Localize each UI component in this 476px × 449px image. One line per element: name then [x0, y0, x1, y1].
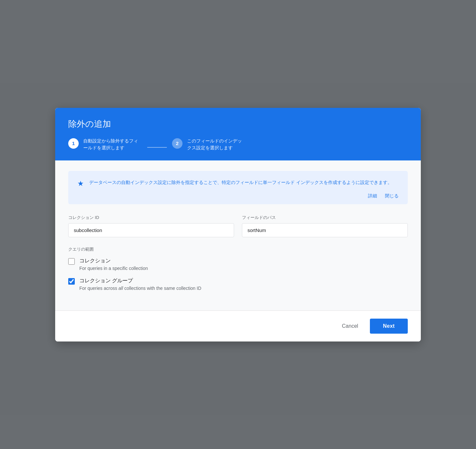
collection-group-checkbox[interactable]: [68, 278, 75, 285]
details-link[interactable]: 詳細: [368, 193, 377, 199]
info-banner: ★ データベースの自動インデックス設定に除外を指定することで、特定のフィールドに…: [68, 171, 408, 204]
collection-group-checkbox-row: コレクション グループ For queries across all colle…: [68, 277, 408, 291]
info-banner-text: データベースの自動インデックス設定に除外を指定することで、特定のフィールドに単一…: [89, 179, 392, 186]
field-path-group: フィールドのパス: [242, 215, 408, 237]
collection-group-checkbox-wrapper[interactable]: [68, 278, 75, 285]
step-connector: [147, 147, 167, 148]
collection-sub-label: For queries in a specific collection: [79, 266, 148, 271]
steps-row: 1 自動設定から除外するフィールドを選択します 2 このフィールドのインデックス…: [68, 138, 408, 151]
collection-main-label[interactable]: コレクション: [79, 258, 148, 264]
dialog-footer: Cancel Next: [55, 310, 421, 341]
step-2: 2 このフィールドのインデックス設定を選択します: [172, 138, 246, 151]
fields-row: コレクション ID フィールドのパス: [68, 215, 408, 237]
dialog-header: 除外の追加 1 自動設定から除外するフィールドを選択します 2 このフィールドの…: [55, 108, 421, 160]
field-path-input[interactable]: [242, 223, 408, 237]
star-icon: ★: [77, 179, 84, 188]
collection-id-input[interactable]: [68, 223, 234, 237]
step-1: 1 自動設定から除外するフィールドを選択します: [68, 138, 142, 151]
collection-checkbox-row: コレクション For queries in a specific collect…: [68, 258, 408, 271]
sub-label-italic: all: [119, 286, 123, 291]
field-path-label: フィールドのパス: [242, 215, 408, 221]
collection-group-main-label[interactable]: コレクション グループ: [79, 277, 201, 284]
next-button[interactable]: Next: [370, 319, 408, 334]
sub-label-before: For queries across: [79, 286, 119, 291]
dialog: 除外の追加 1 自動設定から除外するフィールドを選択します 2 このフィールドの…: [55, 108, 421, 341]
step-2-text: このフィールドのインデックス設定を選択します: [187, 138, 246, 151]
collection-group-label-group: コレクション グループ For queries across all colle…: [79, 277, 201, 291]
collection-id-group: コレクション ID: [68, 215, 234, 237]
dialog-body: ★ データベースの自動インデックス設定に除外を指定することで、特定のフィールドに…: [55, 160, 421, 310]
step-1-text: 自動設定から除外するフィールドを選択します: [83, 138, 142, 151]
query-scope-label: クエリの範囲: [68, 246, 408, 252]
step-2-circle: 2: [172, 138, 182, 149]
dialog-title: 除外の追加: [68, 118, 408, 130]
info-banner-content: ★ データベースの自動インデックス設定に除外を指定することで、特定のフィールドに…: [77, 179, 399, 188]
sub-label-after: collections with the same collection ID: [123, 286, 201, 291]
step-1-circle: 1: [68, 138, 79, 149]
collection-checkbox[interactable]: [68, 258, 75, 265]
info-banner-actions: 詳細 閉じる: [77, 193, 399, 199]
collection-group-sub-label: For queries across all collections with …: [79, 286, 201, 291]
dialog-overlay: 除外の追加 1 自動設定から除外するフィールドを選択します 2 このフィールドの…: [0, 0, 476, 449]
cancel-button[interactable]: Cancel: [335, 320, 365, 332]
collection-label-group: コレクション For queries in a specific collect…: [79, 258, 148, 271]
collection-checkbox-wrapper[interactable]: [68, 258, 75, 265]
close-link[interactable]: 閉じる: [385, 193, 399, 199]
collection-id-label: コレクション ID: [68, 215, 234, 221]
